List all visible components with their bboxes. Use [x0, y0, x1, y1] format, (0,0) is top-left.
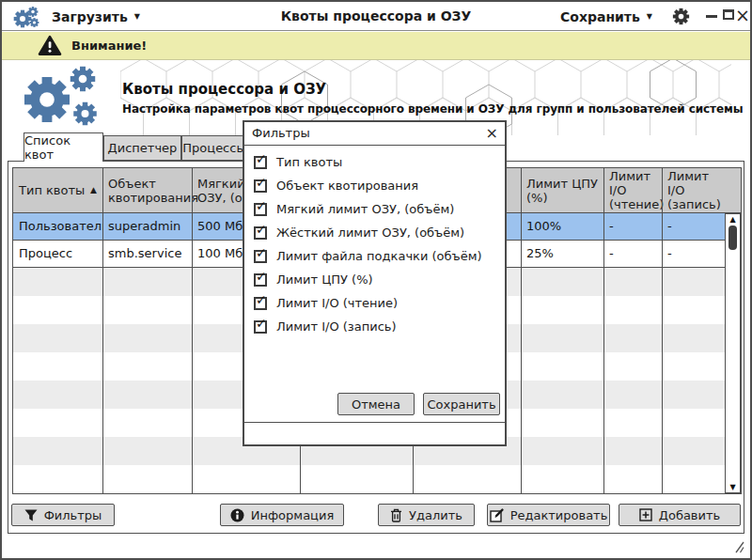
filter-checkbox-row[interactable]: ✓Лимит I/O (чтение) — [244, 291, 505, 315]
column-divider — [603, 168, 604, 493]
filters-dialog: Фильтры × ✓Тип квоты✓Объект квотирования… — [243, 120, 507, 446]
filters-button[interactable]: Фильтры — [11, 504, 115, 526]
filter-checkbox-label: Объект квотирования — [276, 179, 418, 193]
filter-checkbox-label: Лимит I/O (чтение) — [276, 296, 398, 310]
filter-checkbox-label: Лимит ЦПУ (%) — [276, 272, 373, 287]
dialog-close-icon[interactable]: × — [486, 122, 498, 144]
filter-checkbox-row[interactable]: ✓Тип квоты — [244, 150, 505, 174]
add-button[interactable]: Добавить — [619, 504, 741, 526]
filter-checkbox-list: ✓Тип квоты✓Объект квотирования✓Мягкий ли… — [244, 150, 505, 338]
maximize-button[interactable] — [723, 9, 734, 20]
warning-text: Внимание! — [71, 39, 147, 53]
dialog-buttons: Отмена Сохранить — [337, 393, 500, 415]
scroll-up-icon[interactable]: ▲ — [726, 214, 740, 225]
vertical-scrollbar[interactable]: ▲ ▼ — [725, 213, 741, 493]
filter-checkbox-row[interactable]: ✓Лимит файла подкачки (объём) — [244, 244, 505, 268]
filter-checkbox-row[interactable]: ✓Объект квотирования — [244, 174, 505, 197]
checkmark-icon: ✓ — [256, 245, 267, 260]
settings-gear-icon[interactable] — [672, 8, 690, 25]
filter-checkbox-row[interactable]: ✓Лимит I/O (запись) — [244, 315, 505, 338]
column-header-label: Лимит I/O (запись) — [667, 169, 721, 211]
information-button[interactable]: Информация — [220, 504, 344, 526]
edit-button[interactable]: Редактировать — [487, 504, 610, 526]
empty-row-stripe — [13, 465, 726, 493]
column-header[interactable]: Лимит I/O (чтение) — [603, 168, 662, 212]
column-header[interactable]: Лимит ЦПУ (%) — [521, 168, 603, 212]
table-cell: - — [662, 213, 726, 240]
app-window: Загрузить ▼ Квоты процессора и ОЗУ Сохра… — [0, 0, 752, 560]
sort-asc-icon: ▲ — [90, 183, 97, 197]
delete-button[interactable]: Удалить — [378, 504, 475, 526]
column-divider — [192, 168, 193, 493]
filter-checkbox-label: Мягкий лимит ОЗУ, (объём) — [276, 202, 454, 216]
table-cell: superadmin — [102, 213, 192, 240]
add-button-label: Добавить — [659, 508, 720, 522]
page-title: Квоты процессора и ОЗУ — [122, 81, 326, 98]
checkbox-icon[interactable]: ✓ — [254, 203, 267, 216]
save-menu-label: Сохранить — [560, 9, 640, 24]
checkbox-icon[interactable]: ✓ — [254, 297, 267, 310]
delete-button-label: Удалить — [409, 508, 462, 522]
column-header[interactable]: Тип квоты▲ — [13, 168, 102, 212]
minimize-button[interactable] — [706, 15, 717, 18]
page-subtitle: Настройка параметров квот процессорного … — [122, 102, 743, 116]
column-header-label: Тип квоты — [19, 183, 85, 197]
trash-icon — [390, 508, 402, 522]
dialog-footer — [244, 422, 505, 444]
filter-icon — [24, 509, 38, 521]
checkmark-icon: ✓ — [256, 175, 267, 190]
checkbox-icon[interactable]: ✓ — [254, 320, 267, 334]
tab-dispatcher[interactable]: Диспетчер — [103, 135, 181, 161]
column-header-label: Объект квотирования — [108, 177, 198, 205]
tab-quota-list[interactable]: Список квот — [24, 132, 103, 162]
edit-icon — [490, 508, 504, 522]
table-cell: - — [603, 241, 662, 267]
titlebar: Загрузить ▼ Квоты процессора и ОЗУ Сохра… — [2, 2, 750, 31]
column-header[interactable]: Объект квотирования — [102, 168, 192, 212]
filter-checkbox-label: Лимит файла подкачки (объём) — [276, 249, 482, 263]
checkbox-icon[interactable]: ✓ — [254, 179, 267, 193]
tab-processes[interactable]: Процессы — [181, 135, 247, 161]
checkmark-icon: ✓ — [256, 269, 267, 284]
warning-icon — [38, 35, 62, 56]
table-cell: - — [662, 241, 726, 267]
close-button[interactable]: × — [735, 2, 749, 31]
chevron-down-icon: ▼ — [647, 12, 652, 21]
column-header-label: Лимит ЦПУ (%) — [526, 177, 598, 205]
edit-button-label: Редактировать — [510, 508, 608, 522]
table-cell: Пользователь — [13, 213, 102, 240]
column-header-label: Лимит I/O (чтение) — [609, 169, 664, 211]
checkmark-icon: ✓ — [256, 292, 267, 307]
checkmark-icon: ✓ — [256, 316, 267, 331]
table-cell: 25% — [521, 241, 603, 267]
filter-checkbox-row[interactable]: ✓Лимит ЦПУ (%) — [244, 268, 505, 291]
gears-icon — [21, 66, 107, 130]
column-divider — [662, 168, 663, 493]
cancel-button[interactable]: Отмена — [337, 393, 415, 415]
info-icon — [230, 508, 244, 522]
filter-checkbox-row[interactable]: ✓Жёсткий лимит ОЗУ, (объём) — [244, 221, 505, 244]
column-divider — [102, 168, 103, 493]
checkbox-icon[interactable]: ✓ — [254, 226, 267, 240]
table-cell: - — [603, 213, 662, 240]
column-header[interactable]: Лимит I/O (запись) — [662, 168, 726, 212]
scroll-down-icon[interactable]: ▼ — [726, 482, 740, 492]
checkbox-icon[interactable]: ✓ — [254, 250, 267, 263]
checkbox-icon[interactable]: ✓ — [254, 273, 267, 287]
column-divider — [521, 168, 522, 493]
table-cell: Процесс — [13, 241, 102, 267]
filter-checkbox-label: Лимит I/O (запись) — [276, 319, 397, 334]
resize-grip[interactable] — [732, 541, 744, 553]
filter-checkbox-row[interactable]: ✓Мягкий лимит ОЗУ, (объём) — [244, 197, 505, 221]
table-cell: 100% — [521, 213, 603, 240]
checkmark-icon: ✓ — [256, 222, 267, 237]
filters-button-label: Фильтры — [44, 508, 102, 522]
filter-checkbox-label: Тип квоты — [276, 155, 342, 169]
checkbox-icon[interactable]: ✓ — [254, 156, 267, 169]
table-cell: smb.service — [102, 241, 192, 267]
warning-banner: Внимание! — [2, 32, 750, 60]
scrollbar-thumb[interactable] — [728, 226, 737, 250]
save-button[interactable]: Сохранить — [423, 393, 500, 415]
save-menu[interactable]: Сохранить ▼ — [560, 2, 652, 31]
add-icon — [639, 508, 652, 521]
